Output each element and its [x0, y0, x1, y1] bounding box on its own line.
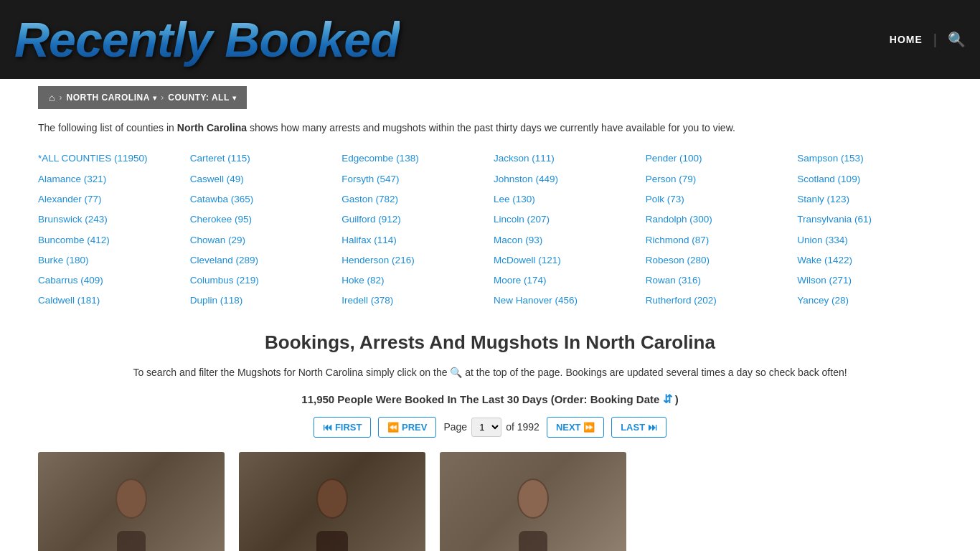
mugshot-card-2[interactable] — [239, 452, 425, 551]
county-link-21[interactable]: Lincoln (207) — [494, 211, 639, 228]
county-link-22[interactable]: Randolph (300) — [646, 211, 791, 228]
page-label: Page — [443, 421, 467, 433]
county-link-31[interactable]: Cleveland (289) — [190, 252, 335, 269]
site-logo[interactable]: Recently Booked — [14, 11, 400, 67]
county-link-26[interactable]: Halifax (114) — [341, 232, 486, 249]
page-indicator: Page 1 of 1992 — [443, 418, 539, 437]
county-link-19[interactable]: Cherokee (95) — [190, 211, 335, 228]
county-link-24[interactable]: Buncombe (412) — [38, 232, 183, 249]
county-link-1[interactable]: Carteret (115) — [190, 150, 335, 167]
state-dropdown-arrow[interactable]: ▾ — [153, 94, 157, 102]
intro-state-name: North Carolina — [177, 122, 247, 133]
county-link-27[interactable]: Macon (93) — [494, 232, 639, 249]
county-link-18[interactable]: Brunswick (243) — [38, 211, 183, 228]
breadcrumb-state[interactable]: NORTH CAROLINA ▾ — [66, 93, 156, 103]
breadcrumb-arrow-2: › — [161, 93, 164, 103]
county-link-35[interactable]: Wake (1422) — [797, 252, 942, 269]
county-link-37[interactable]: Columbus (219) — [190, 272, 335, 289]
nav-divider: | — [933, 32, 937, 48]
section-title: Bookings, Arrests And Mugshots In North … — [38, 331, 942, 354]
county-link-15[interactable]: Lee (130) — [494, 191, 639, 208]
county-link-32[interactable]: Henderson (216) — [341, 252, 486, 269]
search-button[interactable]: 🔍 — [948, 31, 966, 48]
county-link-14[interactable]: Gaston (782) — [341, 191, 486, 208]
mugshot-card-1[interactable] — [38, 452, 225, 551]
breadcrumb-county[interactable]: COUNTY: ALL ▾ — [168, 93, 236, 103]
county-link-29[interactable]: Union (334) — [797, 232, 942, 249]
svg-point-7 — [519, 480, 547, 517]
county-link-28[interactable]: Richmond (87) — [646, 232, 791, 249]
booking-count-label: 11,950 People Were Booked In The Last 30… — [301, 393, 659, 405]
prev-button[interactable]: ⏪ PREV — [378, 417, 436, 438]
county-link-23[interactable]: Transylvania (61) — [797, 211, 942, 228]
county-link-4[interactable]: Pender (100) — [646, 150, 791, 167]
first-button[interactable]: ⏮ FIRST — [314, 417, 371, 438]
county-link-33[interactable]: McDowell (121) — [494, 252, 639, 269]
county-link-8[interactable]: Forsyth (547) — [341, 171, 486, 188]
home-nav-link[interactable]: HOME — [890, 34, 923, 45]
county-link-12[interactable]: Alexander (77) — [38, 191, 183, 208]
county-list: *ALL COUNTIES (11950)Carteret (115)Edgec… — [38, 150, 942, 309]
svg-rect-5 — [316, 531, 348, 551]
county-link-13[interactable]: Catawba (365) — [190, 191, 335, 208]
county-link-45[interactable]: New Hanover (456) — [494, 292, 639, 309]
county-link-16[interactable]: Polk (73) — [646, 191, 791, 208]
booking-count-text: 11,950 People Were Booked In The Last 30… — [38, 392, 942, 406]
breadcrumb: ⌂ › NORTH CAROLINA ▾ › COUNTY: ALL ▾ — [38, 86, 247, 109]
svg-point-1 — [117, 480, 146, 517]
mugshot-card-3[interactable] — [440, 452, 626, 551]
mugshot-gallery — [38, 452, 942, 551]
main-content: ⌂ › NORTH CAROLINA ▾ › COUNTY: ALL ▾ The… — [24, 86, 956, 551]
search-icon-inline: 🔍 — [450, 367, 465, 378]
county-link-47[interactable]: Yancey (28) — [797, 292, 942, 309]
section-desc-part1: To search and filter the Mugshots for No… — [133, 367, 447, 378]
intro-text-after: shows how many arrests and mugshots with… — [247, 122, 735, 133]
county-link-25[interactable]: Chowan (29) — [190, 232, 335, 249]
section-description: To search and filter the Mugshots for No… — [38, 364, 942, 382]
page-selector[interactable]: 1 — [471, 418, 501, 437]
intro-text-before: The following list of counties in — [38, 122, 177, 133]
svg-point-4 — [318, 480, 347, 517]
sort-icon[interactable]: ⇵ — [663, 393, 672, 405]
county-link-44[interactable]: Iredell (378) — [341, 292, 486, 309]
county-link-9[interactable]: Johnston (449) — [494, 171, 639, 188]
next-button[interactable]: NEXT ⏩ — [547, 417, 604, 438]
county-link-36[interactable]: Cabarrus (409) — [38, 272, 183, 289]
pagination-bar: ⏮ FIRST ⏪ PREV Page 1 of 1992 NEXT ⏩ LAS… — [38, 417, 942, 438]
county-link-43[interactable]: Duplin (118) — [190, 292, 335, 309]
county-link-7[interactable]: Caswell (49) — [190, 171, 335, 188]
site-header: Recently Booked HOME | 🔍 — [0, 0, 980, 79]
county-link-39[interactable]: Moore (174) — [494, 272, 639, 289]
page-total: of 1992 — [506, 421, 540, 433]
breadcrumb-arrow-1: › — [59, 93, 62, 103]
booking-count-end: ) — [675, 393, 679, 405]
county-link-38[interactable]: Hoke (82) — [341, 272, 486, 289]
county-link-40[interactable]: Rowan (316) — [646, 272, 791, 289]
county-link-5[interactable]: Sampson (153) — [797, 150, 942, 167]
county-link-0[interactable]: *ALL COUNTIES (11950) — [38, 150, 183, 167]
county-link-20[interactable]: Guilford (912) — [341, 211, 486, 228]
svg-rect-2 — [117, 531, 146, 551]
county-link-42[interactable]: Caldwell (181) — [38, 292, 183, 309]
county-link-10[interactable]: Person (79) — [646, 171, 791, 188]
county-dropdown-arrow[interactable]: ▾ — [232, 94, 237, 102]
county-link-2[interactable]: Edgecombe (138) — [341, 150, 486, 167]
county-link-3[interactable]: Jackson (111) — [494, 150, 639, 167]
section-desc-part2: at the top of the page. Bookings are upd… — [465, 367, 847, 378]
intro-paragraph: The following list of counties in North … — [38, 120, 942, 136]
county-link-41[interactable]: Wilson (271) — [797, 272, 942, 289]
county-link-34[interactable]: Robeson (280) — [646, 252, 791, 269]
county-link-30[interactable]: Burke (180) — [38, 252, 183, 269]
county-link-46[interactable]: Rutherford (202) — [646, 292, 791, 309]
svg-rect-8 — [519, 531, 547, 551]
county-link-11[interactable]: Scotland (109) — [797, 171, 942, 188]
home-icon[interactable]: ⌂ — [49, 92, 55, 103]
county-link-6[interactable]: Alamance (321) — [38, 171, 183, 188]
county-link-17[interactable]: Stanly (123) — [797, 191, 942, 208]
last-button[interactable]: LAST ⏭ — [611, 417, 666, 438]
header-navigation: HOME | 🔍 — [890, 31, 966, 48]
